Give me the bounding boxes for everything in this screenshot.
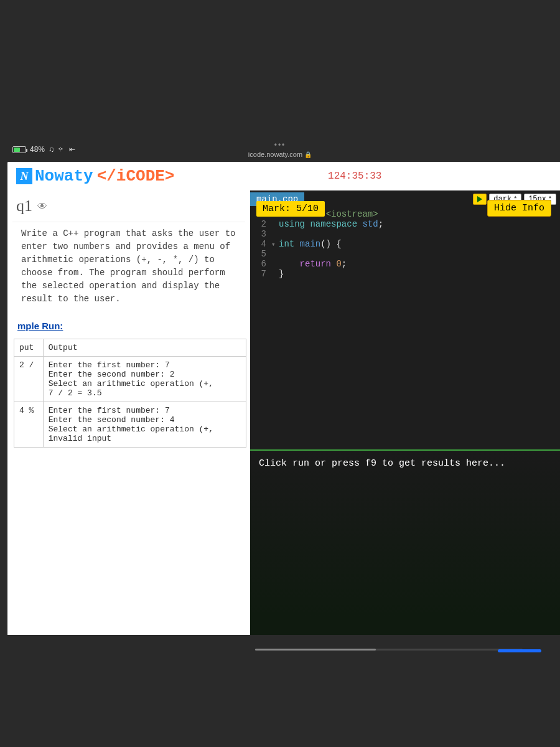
device-status-bar: 48% ♫ ᯤ ⇤ ••• icode.nowaty.com 🔒 <box>0 140 560 159</box>
col-input: put <box>14 339 44 357</box>
app-window: N Nowaty </iCODE> 124:35:33 q1 👁 Mark: 5… <box>7 162 560 635</box>
table-row: 2 / Enter the first number: 7 Enter the … <box>14 357 246 402</box>
brand-logo-icon: N <box>16 168 32 184</box>
editor-panel: main.cpp dark ▴▾ 15px ▴▾ 1#include <iost… <box>250 190 560 635</box>
question-id: q1 <box>16 197 32 215</box>
lock-icon: 🔒 <box>304 151 312 158</box>
countdown-timer: 124:35:33 <box>328 171 381 182</box>
table-row: 4 % Enter the first number: 7 Enter the … <box>14 402 246 448</box>
problem-panel: q1 👁 Mark: 5/10 Hide Info Write a C++ pr… <box>7 190 250 635</box>
battery-icon <box>12 146 26 153</box>
brand-name-1: Nowaty <box>35 167 93 186</box>
output-console: Click run or press f9 to get results her… <box>250 449 560 635</box>
output-placeholder: Click run or press f9 to get results her… <box>259 458 505 469</box>
home-indicator[interactable] <box>498 649 541 652</box>
app-header: N Nowaty </iCODE> 124:35:33 <box>7 162 560 190</box>
horizontal-scrollbar[interactable] <box>255 649 523 651</box>
battery-percent: 48% <box>30 145 45 154</box>
brand-name-2: </iCODE> <box>97 167 175 186</box>
sample-io-table: put Output 2 / Enter the first number: 7… <box>14 339 246 448</box>
orientation-lock-icon: ⇤ <box>69 145 75 154</box>
problem-statement: Write a C++ program that asks the user t… <box>12 222 245 317</box>
code-editor[interactable]: 1#include <iostream> 2using namespace st… <box>250 208 560 280</box>
headphones-icon: ♫ <box>49 145 54 154</box>
menu-dots-icon[interactable]: ••• <box>274 141 286 149</box>
eye-icon[interactable]: 👁 <box>37 200 47 212</box>
col-output: Output <box>43 339 246 357</box>
sample-run-heading: mple Run: <box>12 317 245 335</box>
browser-url[interactable]: icode.nowaty.com 🔒 <box>248 151 312 158</box>
wifi-icon: ᯤ <box>58 145 65 154</box>
play-icon <box>477 196 482 202</box>
run-button[interactable] <box>473 194 487 205</box>
